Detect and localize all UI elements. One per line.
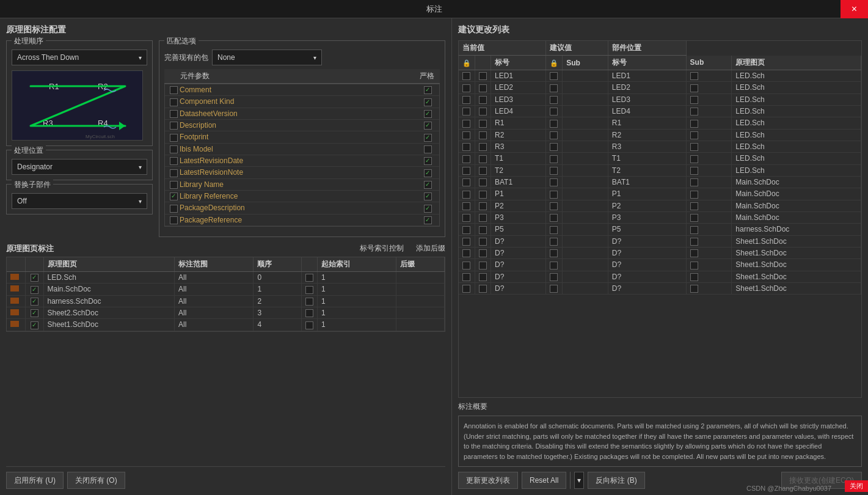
row-check-cell[interactable] xyxy=(25,271,43,283)
annotation-table-row[interactable]: harness.SchDoc All 2 1 xyxy=(7,295,445,307)
suggestions-table-container[interactable]: 当前值 建议值 部件位置 🔒 标号 🔒 Sub xyxy=(458,40,862,398)
enable-all-button[interactable]: 启用所有 (U) xyxy=(6,472,64,489)
suggestion-row[interactable]: P5 P5 harness.SchDoc xyxy=(459,224,861,235)
s-check-cell[interactable] xyxy=(475,94,491,105)
param-row[interactable]: PackageReference xyxy=(165,215,439,226)
row-start-check-cell[interactable] xyxy=(301,284,317,295)
suggestion-row[interactable]: D? D? Sheet1.SchDoc xyxy=(459,247,861,258)
param-row[interactable]: Component Kind xyxy=(165,96,439,108)
s-check-cell[interactable] xyxy=(475,70,491,82)
annotation-table-row[interactable]: LED.Sch All 0 1 xyxy=(7,271,445,283)
s-check-cell[interactable] xyxy=(475,117,491,129)
param-checkbox[interactable] xyxy=(170,134,178,142)
suggestion-row[interactable]: D? D? Sheet1.SchDoc xyxy=(459,259,861,271)
param-checkbox[interactable] xyxy=(170,205,178,213)
suggestion-row[interactable]: LED4 LED4 LED.Sch xyxy=(459,105,861,117)
s-check-cell[interactable] xyxy=(475,153,491,164)
suggestion-row[interactable]: P2 P2 Main.SchDoc xyxy=(459,200,861,211)
update-list-button[interactable]: 更新更改列表 xyxy=(458,472,518,489)
s-check-cell[interactable] xyxy=(475,235,491,247)
suggestion-row[interactable]: R2 R2 LED.Sch xyxy=(459,129,861,141)
suggestion-row[interactable]: D? D? Sheet1.SchDoc xyxy=(459,235,861,247)
param-checkbox[interactable] xyxy=(170,181,178,189)
row-start-check-cell[interactable] xyxy=(301,307,317,318)
param-checkbox[interactable] xyxy=(170,216,178,224)
param-checkbox[interactable] xyxy=(170,86,178,94)
suggestion-row[interactable]: D? D? Sheet1.SchDoc xyxy=(459,271,861,282)
row-start-check-cell[interactable] xyxy=(301,295,317,307)
s-check-cell[interactable] xyxy=(475,188,491,200)
suggestion-row[interactable]: T1 T1 LED.Sch xyxy=(459,153,861,164)
suggestion-row[interactable]: P3 P3 Main.SchDoc xyxy=(459,211,861,223)
param-row[interactable]: LatestRevisionDate xyxy=(165,155,439,167)
param-checkbox[interactable] xyxy=(170,110,178,118)
reset-all-button[interactable]: Reset All xyxy=(522,472,566,489)
s-check-cell[interactable] xyxy=(475,224,491,235)
param-checkbox[interactable] xyxy=(170,145,178,153)
param-row[interactable]: Library Reference xyxy=(165,191,439,202)
param-row[interactable]: Description xyxy=(165,120,439,131)
reverse-annotation-button[interactable]: 反向标注 (B) xyxy=(588,472,644,489)
param-row[interactable]: Footprint xyxy=(165,131,439,143)
s-check-cell[interactable] xyxy=(475,105,491,117)
reset-all-dropdown[interactable]: ▾ xyxy=(574,472,584,489)
processing-order-dropdown[interactable]: Across Then Down ▾ xyxy=(12,50,147,65)
close-button[interactable]: × xyxy=(841,0,868,18)
param-checkbox[interactable] xyxy=(170,169,178,177)
disable-all-button[interactable]: 关闭所有 (O) xyxy=(67,472,125,489)
s-check-cell[interactable] xyxy=(475,176,491,188)
suggestion-row[interactable]: T2 T2 LED.Sch xyxy=(459,164,861,176)
param-row[interactable]: Library Name xyxy=(165,179,439,191)
suggestion-row[interactable]: LED1 LED1 LED.Sch xyxy=(459,70,861,82)
param-row[interactable]: LatestRevisionNote xyxy=(165,167,439,178)
s-check-cell[interactable] xyxy=(475,271,491,282)
row-range-cell: All xyxy=(174,295,253,307)
param-row[interactable]: Ibis Model xyxy=(165,144,439,155)
suggestion-row[interactable]: BAT1 BAT1 Main.SchDoc xyxy=(459,176,861,188)
suggestion-row[interactable]: P1 P1 Main.SchDoc xyxy=(459,188,861,200)
annotation-table-row[interactable]: Sheet1.SchDoc All 4 1 xyxy=(7,319,445,331)
param-name-cell: PackageDescription xyxy=(180,204,418,212)
row-check-cell[interactable] xyxy=(25,307,43,318)
s-check-cell[interactable] xyxy=(475,82,491,94)
param-row[interactable]: DatasheetVersion xyxy=(165,108,439,120)
s-check-cell[interactable] xyxy=(475,259,491,271)
row-check-cell[interactable] xyxy=(25,284,43,295)
param-row[interactable]: PackageDescription xyxy=(165,202,439,214)
param-checkbox[interactable] xyxy=(170,193,178,200)
s-current-sub xyxy=(546,141,563,152)
annotation-table-row[interactable]: Main.SchDoc All 1 1 xyxy=(7,284,445,295)
s-suggested-sub xyxy=(686,164,732,176)
row-start-check-cell[interactable] xyxy=(301,319,317,331)
s-suggested-col xyxy=(563,70,608,82)
suggestion-row[interactable]: D? D? Sheet1.SchDoc xyxy=(459,282,861,294)
s-check-cell[interactable] xyxy=(475,282,491,294)
s-check-cell[interactable] xyxy=(475,200,491,211)
param-checkbox[interactable] xyxy=(170,157,178,165)
processing-location-dropdown[interactable]: Designator ▾ xyxy=(12,159,147,175)
s-check-cell[interactable] xyxy=(475,211,491,223)
s-check-cell[interactable] xyxy=(475,247,491,258)
param-row[interactable]: Comment xyxy=(165,84,439,96)
s-check-cell[interactable] xyxy=(475,129,491,141)
s-lock-cell xyxy=(459,70,475,82)
substitute-dropdown[interactable]: Off ▾ xyxy=(12,193,147,209)
s-check-cell[interactable] xyxy=(475,164,491,176)
row-check-cell[interactable] xyxy=(25,295,43,307)
suggestion-row[interactable]: R3 R3 LED.Sch xyxy=(459,141,861,152)
s-suggested-designator: P5 xyxy=(608,224,686,235)
suggestion-row[interactable]: R1 R1 LED.Sch xyxy=(459,117,861,129)
param-checkbox[interactable] xyxy=(170,98,178,106)
suggestion-row[interactable]: LED3 LED3 LED.Sch xyxy=(459,94,861,105)
suggestion-row[interactable]: LED2 LED2 LED.Sch xyxy=(459,82,861,94)
row-check-cell[interactable] xyxy=(25,319,43,331)
watermark-close[interactable]: 关闭 xyxy=(845,480,868,492)
row-start-check-cell[interactable] xyxy=(301,271,317,283)
s-current-sub xyxy=(546,235,563,247)
complete-package-dropdown[interactable]: None ▾ xyxy=(212,50,322,65)
s-suggested-sub xyxy=(686,70,732,82)
s-check-cell[interactable] xyxy=(475,141,491,152)
annotation-table-row[interactable]: Sheet2.SchDoc All 3 1 xyxy=(7,307,445,318)
param-checkbox[interactable] xyxy=(170,122,178,130)
param-strict-cell xyxy=(418,192,437,200)
